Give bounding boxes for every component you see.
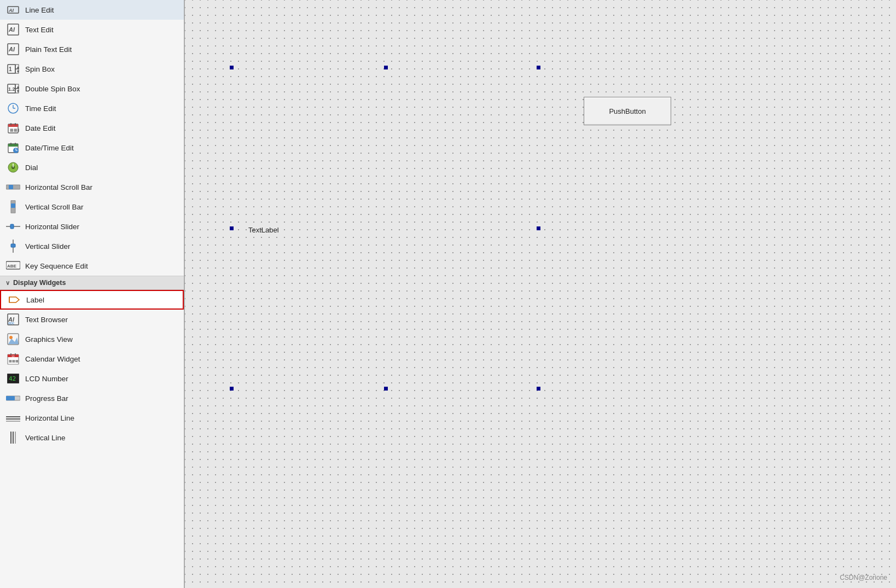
text-label-text: TextLabel [248,226,279,234]
handle-tr [537,66,540,69]
horizontal-line-icon [5,411,21,424]
push-button-label: PushButton [609,107,645,115]
svg-text:AI: AI [8,46,15,53]
sidebar-item-horizontal-scroll[interactable]: Horizontal Scroll Bar [0,177,184,197]
graphics-view-icon [5,333,21,346]
sidebar-item-text-edit[interactable]: AI Text Edit [0,20,184,39]
sidebar-item-time-edit[interactable]: Time Edit [0,98,184,118]
svg-rect-40 [11,203,15,208]
section-label: Display Widgets [13,279,66,287]
svg-text:1: 1 [9,66,12,72]
key-sequence-icon: ABE [5,259,21,272]
text-label-widget[interactable]: TextLabel [248,226,279,234]
svg-rect-64 [6,396,15,400]
svg-text:▦▦▦: ▦▦▦ [10,128,19,132]
sidebar-item-label: Horizontal Slider [25,223,79,231]
sidebar-item-horizontal-line[interactable]: Horizontal Line [0,408,184,428]
svg-rect-42 [10,224,14,229]
sidebar-item-label: Text Edit [25,26,54,34]
sidebar-item-label: Horizontal Scroll Bar [25,183,92,191]
sidebar-item-double-spin-box[interactable]: 1.2 ▲ ▼ Double Spin Box [0,79,184,98]
sidebar-item-label: Vertical Line [25,434,66,442]
svg-text:AI: AI [8,26,15,33]
sidebar-item-vertical-slider[interactable]: Vertical Slider [0,236,184,256]
sidebar-item-key-sequence[interactable]: ABE Key Sequence Edit [0,256,184,276]
handle-mr [537,226,540,230]
sidebar-item-label: Calendar Widget [25,355,80,363]
sidebar-item-datetime-edit[interactable]: Date/Time Edit [0,138,184,158]
svg-text:▲: ▲ [16,65,20,69]
svg-rect-23 [8,124,18,127]
sidebar-item-lcd-number[interactable]: 42 LCD Number [0,369,184,388]
svg-text:42: 42 [9,375,16,382]
sidebar-item-label: Dial [25,164,38,172]
sidebar-item-date-edit[interactable]: ▦▦▦ Date Edit [0,118,184,138]
sidebar-item-label: Time Edit [25,104,56,113]
sidebar-item-label: Label [26,296,44,304]
svg-text:1.2: 1.2 [8,86,15,92]
time-edit-icon [5,102,21,115]
sidebar-item-label: Double Spin Box [25,85,80,93]
sidebar-item-label: LCD Number [25,375,68,383]
svg-text:▼: ▼ [16,69,20,73]
sidebar-item-calendar-widget[interactable]: 12 ▦▦▦ Calendar Widget [0,349,184,369]
sidebar-item-label: Vertical Scroll Bar [25,203,84,211]
sidebar-item-progress-bar[interactable]: Progress Bar [0,388,184,408]
watermark: CSDN@Zorione [840,574,887,581]
handle-tl [230,66,234,69]
sidebar-item-line-edit[interactable]: AI Line Edit [0,0,184,20]
svg-marker-47 [9,297,19,302]
line-edit-icon: AI [5,3,21,16]
sidebar-item-label: Plain Text Edit [25,45,72,54]
push-button-widget[interactable]: PushButton [584,97,671,125]
svg-text:▲: ▲ [16,85,20,89]
progress-bar-icon [5,392,21,405]
sidebar-item-text-browser[interactable]: AI abc Text Browser [0,310,184,329]
sidebar-item-label-widget[interactable]: Label [0,290,184,310]
svg-rect-28 [8,144,18,147]
sidebar-item-dial[interactable]: Dial [0,158,184,177]
section-chevron: ∨ [5,280,10,287]
svg-rect-38 [9,185,13,189]
sidebar-item-label: Vertical Slider [25,242,71,251]
svg-text:▼: ▼ [16,89,20,93]
horizontal-scroll-icon [5,181,21,194]
sidebar-item-vertical-scroll[interactable]: Vertical Scroll Bar [0,197,184,217]
svg-text:AI: AI [8,8,14,13]
date-edit-icon: ▦▦▦ [5,121,21,135]
sidebar-item-label: Text Browser [25,316,68,324]
handle-bl [230,387,234,391]
svg-text:12: 12 [11,355,15,358]
label-widget-icon [7,293,22,306]
lcd-number-icon: 42 [5,372,21,385]
spin-box-icon: 1 ▲ ▼ [5,62,21,75]
sidebar: AI Line Edit AI Text Edit AI Plain Text … [0,0,185,588]
sidebar-item-plain-text-edit[interactable]: AI Plain Text Edit [0,39,184,59]
svg-text:▦▦▦: ▦▦▦ [9,359,19,363]
sidebar-item-spin-box[interactable]: 1 ▲ ▼ Spin Box [0,59,184,79]
sidebar-item-label: Key Sequence Edit [25,262,88,270]
datetime-edit-icon [5,141,21,154]
sidebar-item-graphics-view[interactable]: Graphics View [0,329,184,349]
sidebar-item-label: Date/Time Edit [25,144,74,152]
handle-tm [384,66,388,69]
plain-text-edit-icon: AI [5,43,21,56]
sidebar-item-horizontal-slider[interactable]: Horizontal Slider [0,217,184,236]
display-widgets-section[interactable]: ∨ Display Widgets [0,276,184,290]
text-browser-icon: AI abc [5,313,21,326]
sidebar-item-label: Line Edit [25,6,54,14]
vertical-slider-icon [5,240,21,253]
svg-point-53 [9,336,13,339]
handle-br [537,387,540,391]
horizontal-slider-icon [5,220,21,233]
double-spin-box-icon: 1.2 ▲ ▼ [5,82,21,95]
sidebar-item-vertical-line[interactable]: Vertical Line [0,428,184,447]
canvas-area[interactable]: PushButton TextLabel CSDN@Zorione [185,0,896,588]
svg-rect-44 [11,244,15,247]
text-edit-icon: AI [5,23,21,36]
sidebar-item-label: Spin Box [25,65,55,73]
handle-bm [384,387,388,391]
svg-text:ABE: ABE [7,264,17,269]
arrow-annotation [185,0,349,82]
vertical-scroll-icon [5,200,21,213]
